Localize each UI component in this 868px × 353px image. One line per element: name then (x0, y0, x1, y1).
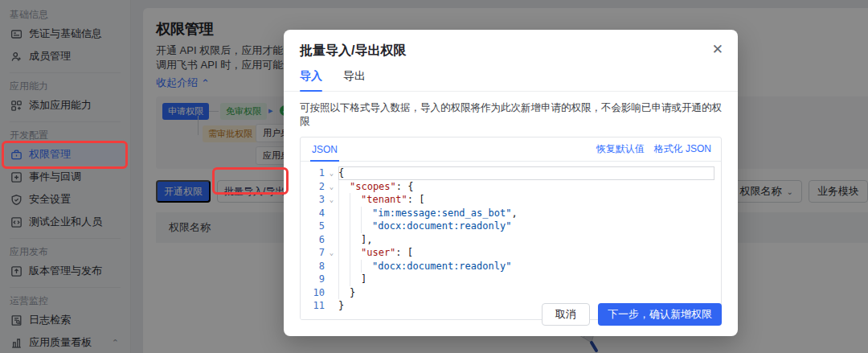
indent-guide (338, 273, 350, 286)
line-number: 4 (301, 207, 325, 220)
indent-guide (350, 260, 361, 273)
code-token: : [ (407, 193, 425, 207)
fold-spacer (325, 233, 338, 247)
code-token: ] (361, 273, 366, 286)
line-number: 9 (301, 273, 325, 286)
indent-guide (338, 246, 350, 260)
code-token: ], (361, 233, 372, 247)
modal-tabs: 导入 导出 (284, 69, 738, 92)
indent-guide (361, 220, 372, 233)
fold-chevron-icon[interactable]: ⌄ (325, 246, 338, 260)
indent-guide (350, 193, 361, 207)
code-text: ], (338, 233, 714, 247)
editor-header: JSON 恢复默认值 格式化 JSON (301, 138, 721, 162)
modal-title: 批量导入/导出权限 (300, 43, 406, 60)
line-number: 5 (301, 220, 325, 233)
code-token: } (338, 299, 344, 313)
code-text: "scopes": { (338, 180, 714, 194)
code-token: "tenant" (361, 193, 407, 207)
indent-guide (361, 260, 372, 273)
fold-spacer (325, 260, 338, 273)
code-token: , (511, 207, 517, 220)
code-line[interactable]: 1⌄{ (301, 166, 721, 180)
fold-spacer (325, 220, 338, 233)
code-line[interactable]: 8"docx:document:readonly" (301, 260, 721, 273)
confirm-button[interactable]: 下一步，确认新增权限 (598, 303, 722, 326)
indent-guide (350, 246, 361, 260)
line-number: 7 (301, 246, 325, 260)
fold-spacer (325, 207, 338, 220)
code-text: } (338, 286, 714, 300)
indent-guide (338, 180, 350, 194)
indent-guide (350, 220, 361, 233)
code-token: "docx:document:readonly" (372, 220, 511, 233)
fold-spacer (325, 299, 338, 313)
line-number: 6 (301, 233, 325, 247)
restore-default-link[interactable]: 恢复默认值 (596, 142, 645, 156)
tab-import[interactable]: 导入 (300, 69, 322, 91)
code-text: "docx:document:readonly" (338, 220, 714, 233)
code-text: { (338, 166, 714, 180)
code-token: } (350, 286, 355, 300)
code-token: "im:message:send_as_bot" (372, 207, 511, 220)
tab-export[interactable]: 导出 (343, 69, 366, 91)
code-token: { (338, 166, 344, 180)
page: 基础信息凭证与基础信息成员管理应用能力添加应用能力开发配置权限管理事件与回调安全… (0, 0, 868, 353)
json-editor: JSON 恢复默认值 格式化 JSON 1⌄{2⌄"scopes": {3⌄"t… (300, 137, 722, 320)
editor-lang-tab[interactable]: JSON (310, 138, 339, 162)
fold-chevron-icon[interactable]: ⌄ (325, 166, 338, 180)
editor-links: 恢复默认值 格式化 JSON (596, 142, 711, 156)
fold-chevron-icon[interactable]: ⌄ (325, 193, 338, 207)
code-line[interactable]: 4"im:message:send_as_bot", (301, 207, 721, 220)
code-line[interactable]: 6], (301, 233, 721, 247)
line-number: 3 (301, 193, 325, 207)
indent-guide (350, 233, 361, 247)
line-number: 1 (301, 166, 325, 180)
modal-footer: 取消 下一步，确认新增权限 (542, 303, 722, 326)
fold-spacer (325, 286, 338, 300)
fold-chevron-icon[interactable]: ⌄ (325, 180, 338, 194)
code-token: : { (396, 180, 414, 194)
indent-guide (350, 207, 361, 220)
code-text: "docx:document:readonly" (338, 260, 714, 273)
code-line[interactable]: 2⌄"scopes": { (301, 180, 721, 194)
code-token: "docx:document:readonly" (372, 260, 511, 273)
code-line[interactable]: 3⌄"tenant": [ (301, 193, 721, 207)
line-number: 10 (301, 286, 325, 300)
code-token: "user" (361, 246, 395, 260)
format-json-link[interactable]: 格式化 JSON (654, 142, 711, 156)
line-number: 8 (301, 260, 325, 273)
line-number: 11 (301, 299, 325, 313)
modal-description: 可按照以下格式导入数据，导入的权限将作为此次新增申请的权限，不会影响已申请或开通… (284, 92, 738, 129)
indent-guide (338, 193, 350, 207)
code-line[interactable]: 10} (301, 286, 721, 300)
code-text: "user": [ (338, 246, 714, 260)
code-text: "tenant": [ (338, 193, 714, 207)
indent-guide (361, 207, 372, 220)
line-number: 2 (301, 180, 325, 194)
code-text: ] (338, 273, 714, 286)
indent-guide (338, 260, 350, 273)
indent-guide (338, 207, 350, 220)
code-token: : [ (395, 246, 413, 260)
code-line[interactable]: 7⌄"user": [ (301, 246, 721, 260)
code-text: "im:message:send_as_bot", (338, 207, 714, 220)
indent-guide (338, 233, 350, 247)
modal-header: 批量导入/导出权限 ✕ (284, 30, 738, 60)
indent-guide (338, 220, 350, 233)
code-line[interactable]: 9] (301, 273, 721, 286)
cancel-button[interactable]: 取消 (542, 303, 590, 326)
code-token: "scopes" (350, 180, 396, 194)
indent-guide (338, 286, 350, 300)
batch-import-export-modal: 批量导入/导出权限 ✕ 导入 导出 可按照以下格式导入数据，导入的权限将作为此次… (284, 30, 738, 336)
code-line[interactable]: 5"docx:document:readonly" (301, 220, 721, 233)
close-icon[interactable]: ✕ (712, 43, 723, 56)
code-lines[interactable]: 1⌄{2⌄"scopes": {3⌄"tenant": [4"im:messag… (301, 162, 721, 319)
indent-guide (350, 273, 361, 286)
fold-spacer (325, 273, 338, 286)
